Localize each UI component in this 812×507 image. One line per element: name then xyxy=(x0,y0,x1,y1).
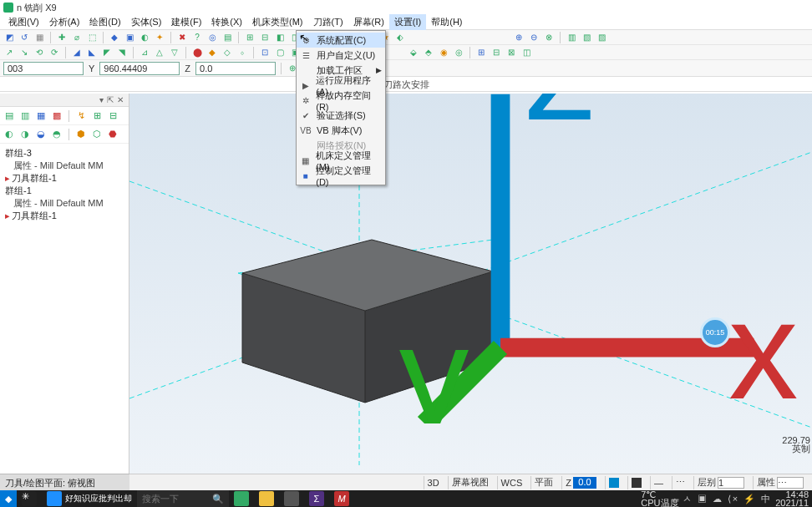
tree-item[interactable]: 属性 - Mill Default MM xyxy=(5,197,124,210)
taskbar-browser[interactable]: 好知识应批判出却 xyxy=(42,490,137,507)
tool-icon[interactable]: ⊡ xyxy=(259,47,271,58)
dd-system-config[interactable]: ⚙系统配置(C) xyxy=(297,33,385,48)
menu-draw[interactable]: 绘图(D) xyxy=(84,14,125,30)
status-plane-btn[interactable]: 平面 xyxy=(530,476,556,489)
status-swatch[interactable] xyxy=(605,476,622,489)
tool-icon[interactable]: ↺ xyxy=(18,32,30,43)
menu-screen[interactable]: 屏幕(R) xyxy=(348,14,389,30)
tool-icon[interactable]: ⟲ xyxy=(33,47,45,58)
tool-icon[interactable]: ⬡ xyxy=(91,129,103,140)
menu-solids[interactable]: 实体(S) xyxy=(126,14,167,30)
tool-icon[interactable]: ◫ xyxy=(520,47,532,58)
status-3d[interactable]: 3D xyxy=(424,476,443,489)
tool-icon[interactable]: ⬖ xyxy=(394,32,406,43)
status-layer[interactable]: 层别 1 xyxy=(693,476,748,489)
operations-tree[interactable]: 群组-3 属性 - Mill Default MM ▸刀具群组-1 群组-1 属… xyxy=(0,144,129,226)
tool-icon[interactable]: ⊿ xyxy=(139,47,150,58)
tool-icon[interactable]: ⊟ xyxy=(107,110,119,122)
tool-icon[interactable]: ✦ xyxy=(154,32,165,43)
taskbar-folder[interactable] xyxy=(254,490,279,507)
tool-icon[interactable]: ▢ xyxy=(274,47,286,58)
tool-icon[interactable]: ⬚ xyxy=(86,32,98,43)
tool-icon[interactable]: ◒ xyxy=(35,129,47,140)
tool-icon[interactable]: ⬤ xyxy=(191,47,203,58)
dd-free-mem[interactable]: ✲释放内存空间(R) xyxy=(297,93,385,108)
tool-icon[interactable]: ◐ xyxy=(139,32,150,43)
tool-icon[interactable]: ▣ xyxy=(124,32,135,43)
tool-icon[interactable]: ✚ xyxy=(56,32,68,43)
taskbar-temperature[interactable]: 7℃ CPU温度 xyxy=(641,490,678,507)
dd-verify-select[interactable]: ✔验证选择(S) xyxy=(297,108,385,123)
tool-icon[interactable]: ▤ xyxy=(221,32,233,43)
dd-vbscript[interactable]: VBVB 脚本(V) xyxy=(297,123,385,138)
tool-icon[interactable]: ▤ xyxy=(3,110,15,122)
tool-icon[interactable]: ⬙ xyxy=(408,47,419,58)
taskbar-search[interactable]: 🔍 xyxy=(137,490,229,507)
menu-transform[interactable]: 转换(X) xyxy=(206,14,247,30)
status-z-value[interactable]: 0.0 xyxy=(573,477,596,489)
menu-help[interactable]: 帮助(H) xyxy=(426,14,467,30)
tool-icon[interactable]: ↯ xyxy=(75,110,87,122)
tray-icons[interactable]: ㅅ ▣ ☁ ⟨× ⚡ 中 xyxy=(683,493,773,505)
tree-item[interactable]: ▸刀具群组-1 xyxy=(5,210,124,222)
tool-icon[interactable]: ◑ xyxy=(19,129,31,140)
status-swatch2[interactable] xyxy=(627,476,645,489)
tool-icon[interactable]: ◆ xyxy=(206,47,218,58)
tool-icon[interactable]: ? xyxy=(191,32,203,43)
taskbar-app[interactable] xyxy=(229,490,254,507)
tool-icon[interactable]: ◣ xyxy=(86,47,98,58)
tool-icon[interactable]: ▨ xyxy=(596,32,607,43)
tool-icon[interactable]: ⊠ xyxy=(505,47,517,58)
tool-icon[interactable]: ↗ xyxy=(3,47,15,58)
tool-icon[interactable]: ◎ xyxy=(453,47,464,58)
status-line-style2[interactable]: ⋯ xyxy=(672,476,688,489)
tool-icon[interactable]: ◥ xyxy=(116,47,128,58)
tool-icon[interactable]: ✖ xyxy=(176,32,188,43)
tool-icon[interactable]: ⬨ xyxy=(236,47,248,58)
status-screenview[interactable]: 屏幕视图 xyxy=(448,476,492,489)
tool-icon[interactable]: ⟳ xyxy=(48,47,60,58)
tool-icon[interactable]: ▥ xyxy=(566,32,577,43)
tool-icon[interactable]: ▩ xyxy=(51,110,63,122)
tool-icon[interactable]: ⬢ xyxy=(75,129,87,140)
tool-icon[interactable]: ◎ xyxy=(206,32,218,43)
tool-icon[interactable]: ▦ xyxy=(35,110,47,122)
coord-x-input[interactable] xyxy=(3,62,84,75)
taskbar-clock[interactable]: 14:48 2021/11 xyxy=(775,490,809,507)
menu-settings[interactable]: 设置(I) xyxy=(389,14,426,30)
coord-y-input[interactable] xyxy=(99,62,180,75)
taskbar-search-input[interactable] xyxy=(142,494,209,504)
search-icon[interactable]: 🔍 xyxy=(212,494,224,504)
close-icon[interactable]: ✕ xyxy=(117,95,124,104)
taskbar-fan-icon[interactable]: ✳ xyxy=(17,490,42,507)
tool-icon[interactable]: ⬣ xyxy=(107,129,119,140)
tree-item[interactable]: ▸刀具群组-1 xyxy=(5,172,124,185)
tool-icon[interactable]: ◤ xyxy=(101,47,113,58)
menu-analyze[interactable]: 分析(A) xyxy=(44,14,85,30)
tool-icon[interactable]: ◩ xyxy=(3,32,15,43)
tool-icon[interactable]: ⊞ xyxy=(475,47,487,58)
menu-toolpath[interactable]: 刀路(T) xyxy=(308,14,348,30)
tool-icon[interactable]: ▦ xyxy=(33,32,45,43)
status-line-style[interactable]: — xyxy=(650,476,667,489)
menu-machine-type[interactable]: 机床类型(M) xyxy=(247,14,308,30)
tool-icon[interactable]: ◐ xyxy=(3,129,15,140)
tool-icon[interactable]: ⊕ xyxy=(513,32,525,43)
tool-icon[interactable]: ⊞ xyxy=(244,32,256,43)
tree-item[interactable]: 群组-1 xyxy=(5,185,124,197)
tool-icon[interactable]: ⌀ xyxy=(71,32,83,43)
dd-user-custom[interactable]: ☰用户自定义(U) xyxy=(297,48,385,63)
pin-icon[interactable]: ⇱ xyxy=(107,95,114,104)
tool-icon[interactable]: ◇ xyxy=(221,47,233,58)
tool-icon[interactable]: ↘ xyxy=(18,47,30,58)
tree-item[interactable]: 群组-3 xyxy=(5,147,124,160)
tool-icon[interactable]: ⬘ xyxy=(423,47,434,58)
taskbar-app-sigma[interactable]: Σ xyxy=(304,490,329,507)
tool-icon[interactable]: ⊖ xyxy=(528,32,540,43)
tool-icon[interactable]: ◧ xyxy=(274,32,286,43)
coord-z-input[interactable] xyxy=(195,62,276,75)
start-button[interactable]: ◆ xyxy=(0,490,17,507)
status-layer-value[interactable]: 1 xyxy=(718,477,744,489)
tool-icon[interactable]: △ xyxy=(154,47,165,58)
menu-model[interactable]: 建模(F) xyxy=(166,14,206,30)
